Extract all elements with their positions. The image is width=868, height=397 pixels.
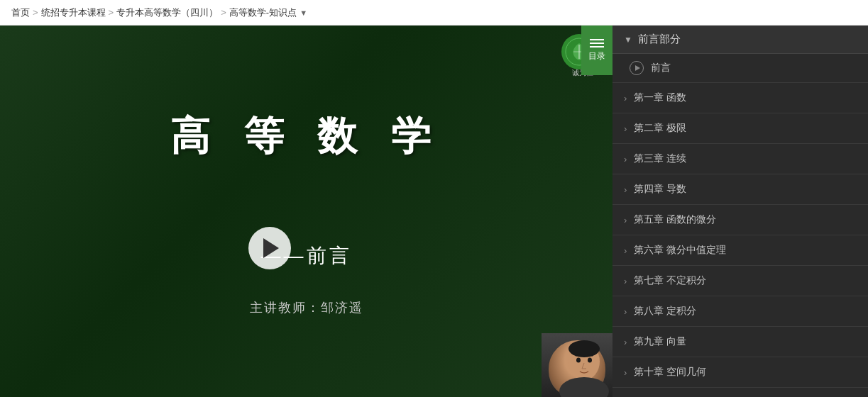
chapter-5-arrow: ›	[624, 215, 627, 225]
toc-icon-line-1	[590, 39, 604, 40]
chapter-item-9[interactable]: › 第九章 向量	[612, 327, 868, 357]
chapter-1-label: 第一章 函数	[634, 91, 686, 104]
video-teacher-label: 主讲教师：邹济遥	[250, 299, 363, 316]
breadcrumb-sep-1: >	[33, 7, 38, 18]
toc-icon-line-2	[590, 43, 604, 44]
chapter-9-arrow: ›	[624, 337, 627, 347]
toc-toggle-button[interactable]: 目录	[581, 26, 612, 75]
main-container: 诚为径 高 等 数 学 ——前言 主讲教师：邹济遥	[0, 26, 868, 397]
breadcrumb-subject[interactable]: 专升本高等数学（四川）	[116, 6, 218, 19]
breadcrumb-dropdown-arrow[interactable]: ▼	[300, 9, 307, 17]
preface-play-icon	[630, 61, 644, 75]
chapter-6-label: 第六章 微分中值定理	[634, 244, 726, 257]
chapter-3-label: 第三章 连续	[634, 152, 686, 165]
svg-point-6	[588, 358, 592, 363]
chapter-2-arrow: ›	[624, 123, 627, 134]
chapter-2-label: 第二章 极限	[634, 122, 686, 135]
chapter-item-2[interactable]: › 第二章 极限	[612, 113, 868, 144]
chapter-item-3[interactable]: › 第三章 连续	[612, 144, 868, 174]
svg-point-4	[559, 377, 609, 397]
sidebar: ▼ 前言部分 前言 › 第一章 函数 › 第二章 极限 › 第三章 连续 › 第…	[612, 26, 868, 397]
breadcrumb: 首页 > 统招专升本课程 > 专升本高等数学（四川） > 高等数学-知识点 ▼	[0, 0, 868, 26]
breadcrumb-sep-3: >	[221, 7, 226, 18]
video-area: 诚为径 高 等 数 学 ——前言 主讲教师：邹济遥	[0, 26, 612, 397]
chapter-item-10[interactable]: › 第十章 空间几何	[612, 357, 868, 388]
chapter-8-label: 第八章 定积分	[634, 305, 696, 318]
video-title: 高 等 数 学	[170, 110, 442, 164]
chapter-10-arrow: ›	[624, 367, 627, 378]
breadcrumb-home[interactable]: 首页	[11, 6, 30, 19]
teacher-face	[549, 340, 605, 397]
chapter-8-arrow: ›	[624, 306, 627, 317]
chapter-9-label: 第九章 向量	[634, 335, 686, 348]
teacher-thumbnail	[542, 333, 612, 397]
svg-point-5	[576, 358, 581, 363]
preface-arrow: ▼	[624, 35, 632, 45]
chapter-item-5[interactable]: › 第五章 函数的微分	[612, 205, 868, 235]
svg-point-2	[568, 340, 600, 357]
sidebar-preface-header[interactable]: ▼ 前言部分	[612, 26, 868, 54]
chapter-5-label: 第五章 函数的微分	[634, 213, 716, 226]
chapter-4-arrow: ›	[624, 184, 627, 195]
preface-item-label: 前言	[651, 62, 671, 74]
chapter-item-8[interactable]: › 第八章 定积分	[612, 296, 868, 327]
chapter-4-label: 第四章 导数	[634, 183, 686, 196]
chapter-7-arrow: ›	[624, 276, 627, 286]
chapter-3-arrow: ›	[624, 154, 627, 164]
breadcrumb-course[interactable]: 统招专升本课程	[41, 6, 106, 19]
chapter-item-4[interactable]: › 第四章 导数	[612, 174, 868, 205]
content-wrapper: 诚为径 高 等 数 学 ——前言 主讲教师：邹济遥	[0, 26, 612, 397]
chapter-7-label: 第七章 不定积分	[634, 274, 706, 287]
video-player[interactable]: 诚为径 高 等 数 学 ——前言 主讲教师：邹济遥	[0, 26, 612, 397]
breadcrumb-current: 高等数学-知识点	[229, 6, 297, 19]
chapter-6-arrow: ›	[624, 245, 627, 256]
chapter-1-arrow: ›	[624, 93, 627, 104]
chapter-10-label: 第十章 空间几何	[634, 366, 706, 379]
chapter-item-1[interactable]: › 第一章 函数	[612, 83, 868, 113]
chapter-item-7[interactable]: › 第七章 不定积分	[612, 266, 868, 296]
toc-icon	[590, 39, 604, 47]
breadcrumb-sep-2: >	[109, 7, 114, 18]
play-button[interactable]	[248, 227, 291, 269]
toc-icon-line-3	[590, 46, 604, 47]
toc-label: 目录	[588, 50, 605, 62]
preface-header-label: 前言部分	[638, 33, 681, 46]
sidebar-preface-item[interactable]: 前言	[612, 54, 868, 83]
chapter-item-6[interactable]: › 第六章 微分中值定理	[612, 235, 868, 266]
